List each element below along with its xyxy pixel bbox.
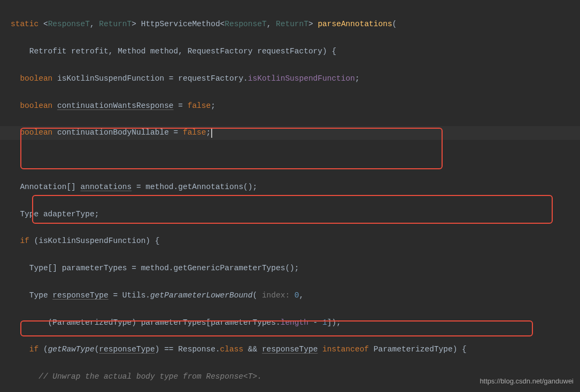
- code-line-active: boolean continuationBodyNullable = false…: [0, 126, 580, 139]
- code-line: if (isKotlinSuspendFunction) {: [0, 234, 580, 248]
- code-line: if (getRawType(responseType) == Response…: [0, 343, 580, 356]
- code-line: Retrofit retrofit, Method method, Reques…: [0, 45, 580, 58]
- code-line: Type[] parameterTypes = method.getGeneri…: [0, 262, 580, 275]
- code-line: Type adapterType;: [0, 208, 580, 221]
- code-line: boolean continuationWantsResponse = fals…: [0, 99, 580, 113]
- code-line: Annotation[] annotations = method.getAnn…: [0, 181, 580, 194]
- code-line: boolean isKotlinSuspendFunction = reques…: [0, 72, 580, 85]
- code-line: static <ResponseT, ReturnT> HttpServiceM…: [0, 18, 580, 31]
- watermark-text: https://blog.csdn.net/ganduwei: [480, 375, 574, 388]
- code-line: [0, 153, 580, 167]
- code-block: static <ResponseT, ReturnT> HttpServiceM…: [0, 0, 580, 392]
- text-cursor: [211, 128, 212, 138]
- code-line: (ParameterizedType) parameterTypes[param…: [0, 316, 580, 330]
- code-line: Type responseType = Utils.getParameterLo…: [0, 289, 580, 302]
